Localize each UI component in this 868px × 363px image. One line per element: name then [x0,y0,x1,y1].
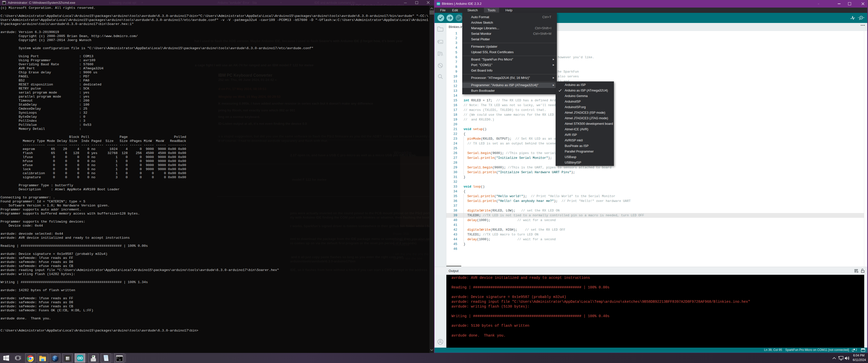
svg-text:C:\: C:\ [117,357,120,359]
svg-text:C:\: C:\ [3,2,6,4]
